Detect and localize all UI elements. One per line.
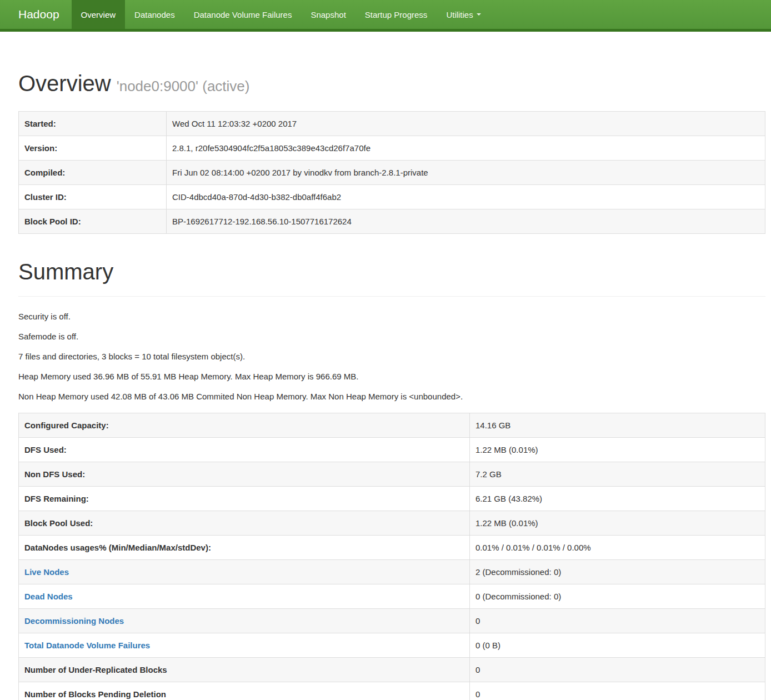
row-label: Configured Capacity: — [19, 413, 470, 438]
row-value: BP-1692617712-192.168.56.10-150771617262… — [167, 209, 765, 234]
row-label: DFS Remaining: — [19, 487, 470, 511]
table-row-started: Started: Wed Oct 11 12:03:32 +0200 2017 — [19, 112, 765, 136]
table-row-compiled: Compiled: Fri Jun 02 08:14:00 +0200 2017… — [19, 161, 765, 185]
row-label: Dead Nodes — [19, 584, 470, 609]
chevron-down-icon — [477, 13, 481, 16]
overview-title-text: Overview — [18, 71, 111, 96]
summary-divider — [18, 296, 765, 297]
table-row-under-replicated-blocks: Number of Under-Replicated Blocks 0 — [19, 658, 765, 682]
filesystem-objects-text: 7 files and directories, 3 blocks = 10 t… — [18, 351, 765, 362]
row-value: 0 — [470, 658, 765, 682]
row-label: Cluster ID: — [19, 185, 167, 209]
decommissioning-nodes-link[interactable]: Decommissioning Nodes — [24, 616, 124, 626]
row-value: CID-4dbcd40a-870d-4d30-b382-db0aff4f6ab2 — [167, 185, 765, 209]
table-row-volume-failures: Total Datanode Volume Failures 0 (0 B) — [19, 633, 765, 658]
table-row-cluster-id: Cluster ID: CID-4dbcd40a-870d-4d30-b382-… — [19, 185, 765, 209]
table-row-block-pool-id: Block Pool ID: BP-1692617712-192.168.56.… — [19, 209, 765, 234]
row-label: Block Pool Used: — [19, 511, 470, 536]
row-label: Number of Blocks Pending Deletion — [19, 682, 470, 700]
row-label: Version: — [19, 136, 167, 161]
top-navbar: Hadoop Overview Datanodes Datanode Volum… — [0, 0, 771, 32]
row-label: Started: — [19, 112, 167, 136]
heap-memory-text: Heap Memory used 36.96 MB of 55.91 MB He… — [18, 371, 765, 382]
hadoop-brand[interactable]: Hadoop — [0, 0, 72, 29]
row-label: Total Datanode Volume Failures — [19, 633, 470, 658]
safemode-status-text: Safemode is off. — [18, 331, 765, 342]
non-heap-memory-text: Non Heap Memory used 42.08 MB of 43.06 M… — [18, 391, 765, 402]
nav-item-startup-progress[interactable]: Startup Progress — [356, 0, 437, 29]
row-value: 0 (0 B) — [470, 633, 765, 658]
row-value: Wed Oct 11 12:03:32 +0200 2017 — [167, 112, 765, 136]
live-nodes-link[interactable]: Live Nodes — [24, 567, 69, 577]
row-label: Decommissioning Nodes — [19, 609, 470, 633]
row-label: Number of Under-Replicated Blocks — [19, 658, 470, 682]
overview-table: Started: Wed Oct 11 12:03:32 +0200 2017 … — [18, 111, 765, 234]
row-value: 14.16 GB — [470, 413, 765, 438]
table-row-live-nodes: Live Nodes 2 (Decommissioned: 0) — [19, 560, 765, 584]
table-row-datanodes-usages: DataNodes usages% (Min/Median/Max/stdDev… — [19, 536, 765, 560]
summary-paragraphs: Security is off. Safemode is off. 7 file… — [18, 311, 765, 402]
row-value: 7.2 GB — [470, 462, 765, 487]
table-row-non-dfs-used: Non DFS Used: 7.2 GB — [19, 462, 765, 487]
table-row-dfs-used: DFS Used: 1.22 MB (0.01%) — [19, 438, 765, 462]
table-row-version: Version: 2.8.1, r20fe5304904fc2f5a18053c… — [19, 136, 765, 161]
row-value: 0 (Decommissioned: 0) — [470, 584, 765, 609]
row-value: 0 — [470, 682, 765, 700]
summary-table: Configured Capacity: 14.16 GB DFS Used: … — [18, 413, 765, 700]
row-value: 0 — [470, 609, 765, 633]
main-content: Overview'node0:9000' (active) Started: W… — [18, 71, 765, 700]
security-status-text: Security is off. — [18, 311, 765, 322]
utilities-label: Utilities — [446, 10, 473, 19]
table-row-blocks-pending-deletion: Number of Blocks Pending Deletion 0 — [19, 682, 765, 700]
table-row-dfs-remaining: DFS Remaining: 6.21 GB (43.82%) — [19, 487, 765, 511]
row-value: Fri Jun 02 08:14:00 +0200 2017 by vinodk… — [167, 161, 765, 185]
row-label: Compiled: — [19, 161, 167, 185]
row-label: DFS Used: — [19, 438, 470, 462]
table-row-dead-nodes: Dead Nodes 0 (Decommissioned: 0) — [19, 584, 765, 609]
row-value: 0.01% / 0.01% / 0.01% / 0.00% — [470, 536, 765, 560]
row-label: Live Nodes — [19, 560, 470, 584]
table-row-block-pool-used: Block Pool Used: 1.22 MB (0.01%) — [19, 511, 765, 536]
row-value: 1.22 MB (0.01%) — [470, 511, 765, 536]
summary-title: Summary — [18, 259, 765, 284]
dead-nodes-link[interactable]: Dead Nodes — [24, 592, 73, 601]
nav-item-overview[interactable]: Overview — [72, 0, 126, 29]
table-row-decommissioning-nodes: Decommissioning Nodes 0 — [19, 609, 765, 633]
row-label: DataNodes usages% (Min/Median/Max/stdDev… — [19, 536, 470, 560]
volume-failures-link[interactable]: Total Datanode Volume Failures — [24, 641, 150, 650]
namenode-address-state: 'node0:9000' (active) — [117, 78, 250, 94]
row-value: 1.22 MB (0.01%) — [470, 438, 765, 462]
nav-item-datanode-volume-failures[interactable]: Datanode Volume Failures — [184, 0, 302, 29]
row-value: 6.21 GB (43.82%) — [470, 487, 765, 511]
nav-item-snapshot[interactable]: Snapshot — [301, 0, 355, 29]
nav-item-datanodes[interactable]: Datanodes — [125, 0, 184, 29]
row-value: 2 (Decommissioned: 0) — [470, 560, 765, 584]
row-label: Non DFS Used: — [19, 462, 470, 487]
nav-item-utilities-dropdown[interactable]: Utilities — [437, 0, 490, 29]
row-value: 2.8.1, r20fe5304904fc2f5a18053c389e43cd2… — [167, 136, 765, 161]
page-title: Overview'node0:9000' (active) — [18, 71, 765, 96]
row-label: Block Pool ID: — [19, 209, 167, 234]
table-row-configured-capacity: Configured Capacity: 14.16 GB — [19, 413, 765, 438]
